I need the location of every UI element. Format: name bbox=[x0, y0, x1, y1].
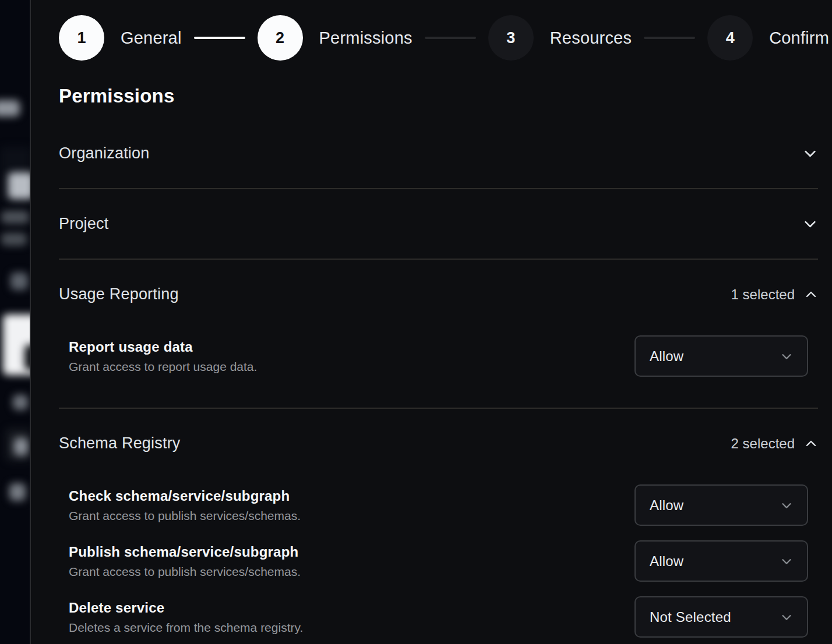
chevron-down-icon[interactable] bbox=[802, 216, 818, 232]
background-sidebar bbox=[0, 0, 31, 644]
chevron-up-icon[interactable] bbox=[804, 437, 818, 451]
permission-list: Check schema/service/subgraph Grant acce… bbox=[59, 484, 818, 644]
permission-value-select[interactable]: Allow bbox=[634, 540, 808, 582]
permission-sections: Organization Project bbox=[59, 119, 818, 644]
blurred-menu-item bbox=[9, 483, 26, 501]
permission-title: Check schema/service/subgraph bbox=[69, 488, 301, 504]
section-title: Schema Registry bbox=[59, 434, 181, 452]
chevron-down-icon bbox=[780, 499, 793, 512]
permission-description: Grant access to publish services/schemas… bbox=[69, 565, 301, 579]
section-schema-registry: Schema Registry 2 selected Check schema/… bbox=[59, 409, 818, 644]
section-schema-registry-toggle[interactable]: Schema Registry 2 selected bbox=[59, 409, 818, 478]
blurred-menu-icon bbox=[10, 273, 28, 290]
selected-option-label: Not Selected bbox=[650, 609, 731, 625]
blurred-text-line bbox=[1, 211, 29, 224]
step-label: Permissions bbox=[319, 29, 413, 48]
permission-description: Grant access to report usage data. bbox=[69, 360, 257, 374]
step-connector bbox=[194, 37, 245, 39]
step-label: General bbox=[121, 29, 182, 48]
selected-count-badge: 2 selected bbox=[731, 436, 795, 452]
selected-option-label: Allow bbox=[650, 553, 683, 569]
section-organization-toggle[interactable]: Organization bbox=[59, 119, 818, 188]
chevron-down-icon[interactable] bbox=[802, 146, 818, 161]
blurred-logo bbox=[0, 100, 20, 116]
section-project: Project bbox=[59, 189, 818, 260]
step-general[interactable]: 1 General bbox=[59, 15, 182, 61]
step-number-badge: 3 bbox=[488, 15, 534, 61]
chevron-down-icon bbox=[780, 350, 793, 363]
section-title: Project bbox=[59, 215, 108, 233]
permission-row-delete-service: Delete service Deletes a service from th… bbox=[59, 596, 818, 638]
step-confirm[interactable]: 4 Confirm bbox=[707, 15, 829, 61]
permission-description: Deletes a service from the schema regist… bbox=[69, 621, 303, 635]
permission-row-check-schema: Check schema/service/subgraph Grant acce… bbox=[59, 484, 818, 526]
permission-row-publish-schema: Publish schema/service/subgraph Grant ac… bbox=[59, 540, 818, 582]
wizard-panel: 1 General 2 Permissions 3 Resources 4 Co… bbox=[32, 15, 832, 644]
step-connector bbox=[644, 37, 695, 39]
page-title: Permissions bbox=[59, 85, 818, 107]
wizard-stepper: 1 General 2 Permissions 3 Resources 4 Co… bbox=[59, 15, 818, 61]
permission-value-select[interactable]: Allow bbox=[634, 335, 808, 377]
blurred-card-glyph bbox=[24, 345, 31, 370]
selected-option-label: Allow bbox=[650, 497, 683, 514]
step-number-badge: 2 bbox=[258, 15, 303, 61]
section-title: Organization bbox=[59, 144, 150, 162]
step-number-badge: 1 bbox=[59, 15, 104, 61]
chevron-down-icon bbox=[780, 611, 793, 624]
section-organization: Organization bbox=[59, 119, 818, 189]
step-resources[interactable]: 3 Resources bbox=[488, 15, 632, 61]
section-usage-reporting-toggle[interactable]: Usage Reporting 1 selected bbox=[59, 260, 818, 329]
chevron-down-icon bbox=[780, 555, 793, 568]
permission-row-report-usage-data: Report usage data Grant access to report… bbox=[59, 335, 818, 377]
permission-value-select[interactable]: Allow bbox=[634, 484, 808, 526]
step-permissions[interactable]: 2 Permissions bbox=[258, 15, 413, 61]
permission-list: Report usage data Grant access to report… bbox=[59, 335, 818, 408]
permission-title: Publish schema/service/subgraph bbox=[69, 544, 301, 560]
blurred-menu-item bbox=[13, 395, 28, 410]
step-label: Resources bbox=[550, 29, 632, 48]
blurred-account-item bbox=[8, 172, 31, 199]
step-label: Confirm bbox=[769, 29, 829, 48]
selected-count-badge: 1 selected bbox=[731, 286, 795, 303]
permission-description: Grant access to publish services/schemas… bbox=[69, 509, 301, 523]
permission-value-select[interactable]: Not Selected bbox=[634, 596, 808, 638]
permission-title: Report usage data bbox=[69, 339, 257, 355]
permission-title: Delete service bbox=[69, 600, 303, 616]
step-number-badge: 4 bbox=[707, 15, 753, 61]
blurred-text-line bbox=[1, 233, 27, 246]
selected-option-label: Allow bbox=[650, 348, 683, 365]
section-title: Usage Reporting bbox=[59, 285, 179, 303]
step-connector bbox=[425, 37, 476, 39]
blurred-menu-item bbox=[14, 438, 28, 455]
chevron-up-icon[interactable] bbox=[804, 288, 818, 302]
section-project-toggle[interactable]: Project bbox=[59, 189, 818, 259]
section-usage-reporting: Usage Reporting 1 selected Report usage … bbox=[59, 260, 818, 409]
